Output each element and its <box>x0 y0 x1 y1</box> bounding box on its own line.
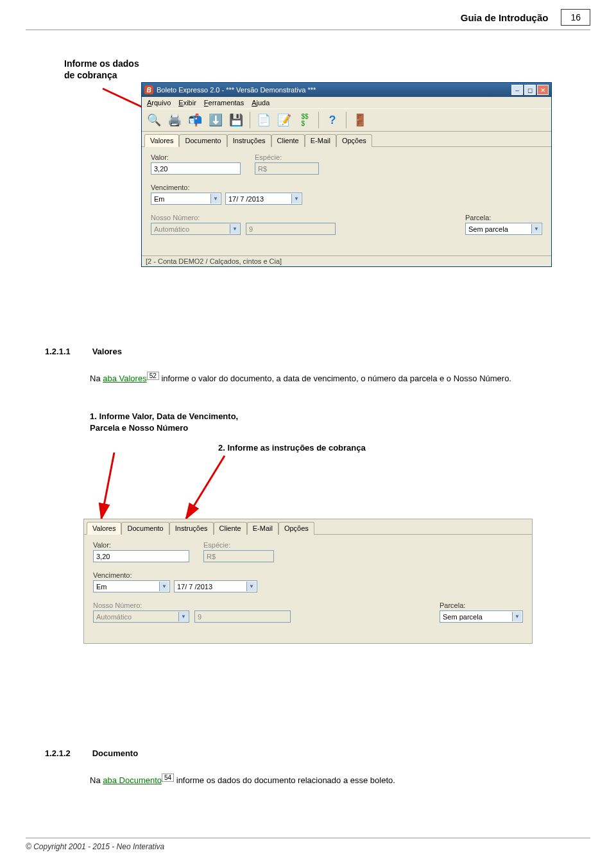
chevron-down-icon: ▼ <box>230 224 239 234</box>
label2-vencimento: Vencimento: <box>93 571 273 579</box>
tab2-cliente[interactable]: Cliente <box>214 522 247 535</box>
section-number: 1.2.1.1 <box>45 347 90 356</box>
tabs: Valores Documento Instruções Cliente E-M… <box>142 132 551 147</box>
select2-venc-mode[interactable]: Em ▼ <box>93 580 170 592</box>
statusbar: [2 - Conta DEMO2 / Calçados, cintos e Ci… <box>142 255 551 266</box>
exit-icon[interactable]: 🚪 <box>352 112 368 128</box>
menu-ajuda[interactable]: Ajuda <box>252 99 270 107</box>
input-especie: R$ <box>255 162 319 175</box>
toolbar: 🔍 🖨️ 📬 ⬇️ 💾 📄 📝 $$$ ? 🚪 <box>142 108 551 132</box>
section-valores: 1.2.1.1 Valores Na aba Valores52 informe… <box>45 347 571 385</box>
header-title: Guia de Introdução <box>461 12 549 23</box>
section-body: Na aba Valores52 informe o valor do docu… <box>90 372 571 385</box>
print-icon[interactable]: 🖨️ <box>166 112 183 128</box>
page-number: 16 <box>561 9 590 26</box>
menu-exibir[interactable]: Exibir <box>178 99 196 107</box>
arrow-to-instrucoes-tab <box>180 449 231 526</box>
section2-number: 1.2.1.2 <box>45 748 90 758</box>
chevron-down-icon: ▼ <box>178 612 188 621</box>
label-vencimento: Vencimento: <box>151 184 318 191</box>
tabs-2: Valores Documento Instruções Cliente E-M… <box>84 519 532 535</box>
select-parcela[interactable]: Sem parcela ▼ <box>465 223 542 235</box>
chevron-down-icon: ▼ <box>159 582 169 591</box>
input2-valor[interactable]: 3,20 <box>93 550 189 562</box>
label2-nosso-numero: Nosso Número: <box>93 601 189 609</box>
new-icon[interactable]: 📝 <box>276 112 293 128</box>
callout-2b: 2. Informe as instruções de cobrança <box>218 443 366 453</box>
toolbar-divider-2 <box>318 112 319 128</box>
select2-nosso-mode[interactable]: Automático ▼ <box>93 610 189 623</box>
select-venc-mode[interactable]: Em ▼ <box>151 193 221 205</box>
select2-venc-date[interactable]: 17/ 7 /2013 ▼ <box>174 580 257 592</box>
maximize-button[interactable]: ◻ <box>524 85 536 95</box>
tab-instrucoes[interactable]: Instruções <box>227 134 271 147</box>
tab-valores[interactable]: Valores <box>144 134 179 147</box>
titlebar: B Boleto Expresso 2.0 - *** Versão Demon… <box>142 83 551 97</box>
chevron-down-icon: ▼ <box>210 194 220 203</box>
section2-title: Documento <box>92 748 139 758</box>
callout-block-2: 1. Informe Valor, Data de Vencimento, Pa… <box>90 411 366 453</box>
tabs-panel-2: Valores Documento Instruções Cliente E-M… <box>83 519 533 644</box>
save-record-icon[interactable]: ⬇️ <box>207 112 224 128</box>
label2-parcela: Parcela: <box>440 601 523 609</box>
label-nosso-numero: Nosso Número: <box>151 214 241 221</box>
select-venc-date[interactable]: 17/ 7 /2013 ▼ <box>225 193 302 205</box>
window-title: Boleto Expresso 2.0 - *** Versão Demonst… <box>157 86 316 94</box>
callout-informe-dados: Informe os dados de cobrança <box>64 58 139 81</box>
menu-ferramentas[interactable]: Ferramentas <box>204 99 244 107</box>
input2-especie: R$ <box>203 550 274 562</box>
label2-valor: Valor: <box>93 541 189 549</box>
minimize-button[interactable]: – <box>511 85 523 95</box>
input2-nosso-numero: 9 <box>194 610 291 623</box>
menubar: Arquivo Exibir Ferramentas Ajuda <box>142 97 551 108</box>
footer-copyright: © Copyright 2001 - 2015 - Neo Interativa <box>26 838 590 851</box>
list-icon[interactable]: 📄 <box>255 112 272 128</box>
input-valor[interactable]: 3,20 <box>151 162 241 175</box>
section-title: Valores <box>92 347 122 356</box>
link-aba-documento[interactable]: aba Documento <box>103 775 162 785</box>
tab-cliente[interactable]: Cliente <box>271 134 305 147</box>
help-icon[interactable]: ? <box>324 112 341 128</box>
tab-email[interactable]: E-Mail <box>305 134 336 147</box>
label-valor: Valor: <box>151 153 241 161</box>
label-especie: Espécie: <box>255 153 319 161</box>
link-aba-valores[interactable]: aba Valores <box>103 374 146 383</box>
save-icon[interactable]: 💾 <box>228 112 244 128</box>
window-controls: – ◻ ✕ <box>511 85 549 95</box>
page-header: Guia de Introdução 16 <box>26 9 590 30</box>
arrow-to-valores-tab <box>95 449 133 526</box>
mail-icon[interactable]: 📬 <box>187 112 203 128</box>
app-icon: B <box>144 85 153 94</box>
section-documento: 1.2.1.2 Documento Na aba Documento54 inf… <box>45 748 571 787</box>
tab2-valores[interactable]: Valores <box>87 522 121 535</box>
report-money-icon[interactable]: $$$ <box>296 112 313 128</box>
label-parcela: Parcela: <box>465 214 542 221</box>
menu-arquivo[interactable]: Arquivo <box>147 99 171 107</box>
tab2-opcoes[interactable]: Opções <box>278 522 314 535</box>
callout-line1: Informe os dados <box>64 58 139 69</box>
svg-line-1 <box>101 453 114 519</box>
form-area: Valor: 3,20 Espécie: R$ Vencimento: Em ▼… <box>142 147 551 255</box>
toolbar-divider-3 <box>346 112 346 128</box>
callout-2a: 1. Informe Valor, Data de Vencimento, Pa… <box>90 411 366 434</box>
tab-opcoes[interactable]: Opções <box>336 134 372 147</box>
tab2-email[interactable]: E-Mail <box>247 522 278 535</box>
section2-body: Na aba Documento54 informe os dados do d… <box>90 773 571 787</box>
callout-line2: de cobrança <box>64 69 139 81</box>
select2-parcela[interactable]: Sem parcela ▼ <box>440 610 523 623</box>
chevron-down-icon: ▼ <box>246 582 256 591</box>
chevron-down-icon: ▼ <box>291 194 301 203</box>
chevron-down-icon: ▼ <box>512 612 522 621</box>
toolbar-divider <box>250 112 250 128</box>
ref-badge-54: 54 <box>162 773 174 782</box>
form-area-2: Valor: 3,20 Espécie: R$ Vencimento: Em ▼… <box>84 535 532 643</box>
svg-line-2 <box>186 456 225 519</box>
ref-badge-52: 52 <box>147 372 159 380</box>
chevron-down-icon: ▼ <box>531 224 541 234</box>
tab-documento[interactable]: Documento <box>179 134 227 147</box>
preview-icon[interactable]: 🔍 <box>146 112 162 128</box>
tab2-instrucoes[interactable]: Instruções <box>169 522 214 535</box>
select-nosso-mode[interactable]: Automático ▼ <box>151 223 241 235</box>
close-button[interactable]: ✕ <box>537 85 549 95</box>
tab2-documento[interactable]: Documento <box>121 522 169 535</box>
